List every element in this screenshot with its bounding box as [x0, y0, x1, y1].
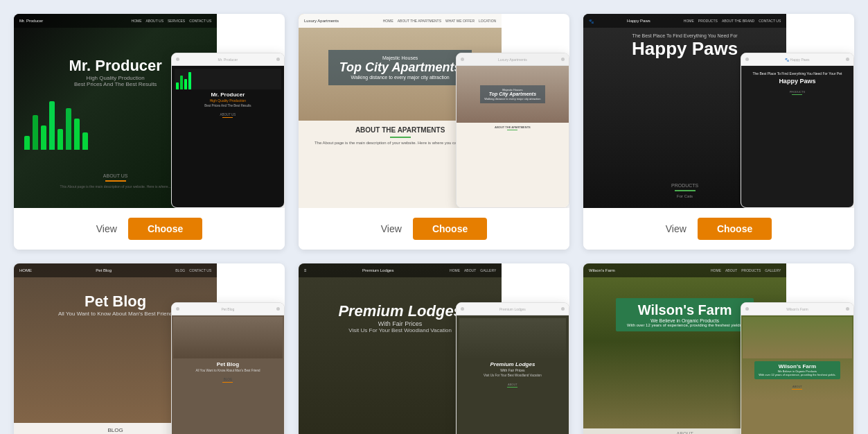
card-luxury-apartments: Luxury Apartments HOME ABOUT THE APARTME… — [299, 14, 569, 250]
card-mr-producer: Mr. Producer HOME ABOUT US SERVICES CONT… — [14, 14, 285, 250]
mobile-farm-title: Wilson's Farm We Believe in Organic Prod… — [754, 361, 840, 379]
mobile-preview-wilsons-farm: Wilson's Farm Wilson's Farm We Believe i… — [741, 302, 854, 434]
template-grid: Mr. Producer HOME ABOUT US SERVICES CONT… — [14, 14, 854, 434]
nav-premium-lodges: ≡ Premium Lodges HOME ABOUT GALLERY — [299, 263, 502, 277]
mobile-blog-pet: BLOG — [222, 378, 233, 383]
preview-happy-paws: 🐾 Happy Paws HOME PRODUCTS ABOUT THE BRA… — [583, 14, 854, 208]
nav-wilsons-farm: Wilson's Farm HOME ABOUT PRODUCTS GALLER… — [583, 263, 786, 277]
nav-luxury-apartments: Luxury Apartments HOME ABOUT THE APARTME… — [299, 14, 502, 28]
producer-hero-text: Mr. Producer High Quality Production Bes… — [69, 57, 161, 87]
mobile-content-mr-producer: Mr. Producer High Quality Production Bes… — [172, 66, 284, 207]
card-pet-blog: HOME Pet Blog BLOG CONTACT US Pet Blog A… — [14, 263, 285, 434]
preview-premium-lodges: ≡ Premium Lodges HOME ABOUT GALLERY Prem… — [299, 263, 569, 434]
choose-button-mr-producer[interactable]: Choose — [128, 218, 202, 240]
footer-mr-producer: View Choose — [14, 208, 285, 250]
nav-pet-blog: HOME Pet Blog BLOG CONTACT US — [14, 263, 217, 277]
nav-mr-producer: Mr. Producer HOME ABOUT US SERVICES CONT… — [14, 14, 217, 28]
mobile-content-pet-blog: Pet Blog All You Want to Know About Man'… — [172, 315, 284, 434]
preview-luxury-apartments: Luxury Apartments HOME ABOUT THE APARTME… — [299, 14, 569, 208]
card-premium-lodges: ≡ Premium Lodges HOME ABOUT GALLERY Prem… — [299, 263, 569, 434]
mobile-content-premium-lodges: Premium Lodges With Fair Prices Visit Us… — [457, 315, 569, 434]
mobile-content-luxury-apartments: Majestic Houses Top City Apartments Walk… — [457, 66, 569, 207]
preview-mr-producer: Mr. Producer HOME ABOUT US SERVICES CONT… — [14, 14, 285, 208]
mobile-content-happy-paws: The Best Place To Find Everything You Ne… — [741, 66, 853, 207]
footer-luxury-apartments: View Choose — [299, 208, 569, 250]
farm-title-box: Wilson's Farm We Believe in Organic Prod… — [616, 298, 754, 331]
card-happy-paws: 🐾 Happy Paws HOME PRODUCTS ABOUT THE BRA… — [583, 14, 854, 250]
card-wilsons-farm: Wilson's Farm HOME ABOUT PRODUCTS GALLER… — [583, 263, 854, 434]
preview-wilsons-farm: Wilson's Farm HOME ABOUT PRODUCTS GALLER… — [583, 263, 854, 434]
mobile-preview-premium-lodges: Premium Lodges Premium Lodges With Fair … — [456, 302, 569, 434]
mobile-about-apartments: ABOUT THE APARTMENTS — [457, 123, 569, 133]
mobile-preview-luxury-apartments: Luxury Apartments Majestic Houses Top Ci… — [456, 53, 569, 208]
mobile-products-paws: PRODUCTS — [790, 90, 805, 95]
preview-pet-blog: HOME Pet Blog BLOG CONTACT US Pet Blog A… — [14, 263, 285, 434]
nav-brand-mr-producer: Mr. Producer — [19, 19, 43, 23]
choose-button-luxury-apartments[interactable]: Choose — [413, 218, 487, 240]
mobile-preview-happy-paws: 🐾 Happy Paws The Best Place To Find Ever… — [741, 53, 854, 208]
choose-button-happy-paws[interactable]: Choose — [698, 218, 772, 240]
mobile-about-farm: ABOUT — [792, 385, 802, 390]
mobile-about-lodges: ABOUT — [507, 383, 517, 388]
mobile-about-producer: ABOUT US — [220, 113, 236, 118]
footer-happy-paws: View Choose — [583, 208, 854, 250]
mobile-content-wilsons-farm: Wilson's Farm We Believe in Organic Prod… — [741, 315, 853, 434]
nav-happy-paws: 🐾 Happy Paws HOME PRODUCTS ABOUT THE BRA… — [583, 14, 786, 28]
view-button-happy-paws[interactable]: View — [666, 223, 687, 234]
producer-bars — [24, 94, 88, 150]
view-button-mr-producer[interactable]: View — [96, 223, 117, 234]
view-button-luxury-apartments[interactable]: View — [381, 223, 402, 234]
mobile-preview-pet-blog: Pet Blog Pet Blog All You Want to Know A… — [171, 302, 285, 434]
mobile-preview-mr-producer: Mr. Producer Mr. Producer High Quality P… — [171, 53, 285, 208]
